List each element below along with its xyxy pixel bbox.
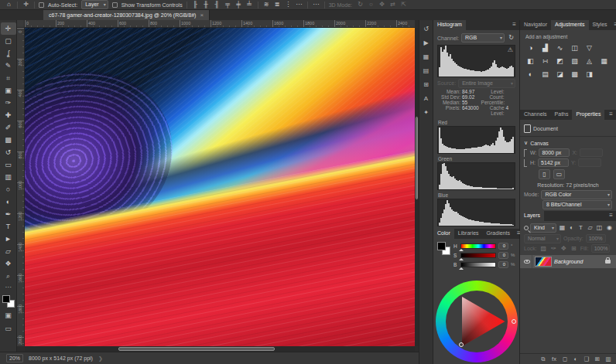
align-top-icon[interactable]: ╤ — [224, 1, 232, 9]
lock-image-pixels-icon[interactable]: ✑ — [549, 244, 558, 253]
levels-icon[interactable]: ▟ — [540, 43, 550, 53]
bit-depth-dropdown[interactable]: 8 Bits/Channel — [542, 200, 612, 209]
document-tab[interactable]: c67-78 gamer-and-creator-1280307384.jpg … — [43, 10, 210, 20]
slider-b[interactable]: B0% — [453, 260, 515, 268]
zoom-level-field[interactable]: 20% — [6, 354, 23, 362]
portrait-orientation-button[interactable]: ▯ — [539, 169, 550, 179]
link-dimensions-icon[interactable] — [524, 159, 527, 167]
filter-toggle-icon[interactable]: ◉ — [607, 224, 612, 231]
distribute-vertical-icon[interactable]: ⋮ — [284, 1, 293, 9]
filter-shape-layers-icon[interactable]: ▱ — [586, 223, 594, 232]
show-transform-checkbox[interactable] — [112, 2, 118, 8]
tool-clone-stamp[interactable]: ▩ — [1, 134, 16, 146]
tool-quick-selection[interactable]: ✎ — [1, 60, 16, 72]
tab-navigator[interactable]: Navigator — [520, 20, 551, 30]
tool-pen[interactable]: ✒ — [1, 208, 16, 220]
tool-crop[interactable]: ⌗ — [1, 72, 16, 84]
foreground-color-swatch[interactable] — [437, 242, 446, 250]
threshold-icon[interactable]: ◪ — [555, 70, 565, 79]
hue-saturation-icon[interactable]: ◧ — [525, 56, 536, 66]
clone-source-icon[interactable]: ⊞ — [421, 80, 431, 89]
delete-layer-icon[interactable]: ▥ — [604, 355, 612, 363]
edit-toolbar-icon[interactable]: ⋯ — [5, 284, 12, 291]
color-mode-dropdown[interactable]: RGB Color — [541, 190, 612, 199]
move-tool-preset-icon[interactable]: ✛ — [22, 1, 30, 9]
color-marker[interactable] — [459, 342, 464, 347]
color-swatches[interactable] — [2, 295, 15, 308]
scrollbar-thumb[interactable] — [416, 117, 418, 199]
color-lookup-icon[interactable]: ▦ — [599, 56, 609, 66]
visibility-toggle[interactable] — [522, 255, 532, 268]
tool-gradient[interactable]: ▥ — [1, 171, 16, 183]
layer-mask-icon[interactable]: ◻ — [561, 355, 569, 363]
link-dimensions-icon[interactable] — [524, 149, 527, 157]
tool-lasso[interactable]: ʆ — [1, 47, 16, 60]
invert-icon[interactable]: ◐ — [525, 70, 536, 79]
character-icon[interactable]: A — [421, 94, 431, 103]
status-chevron-icon[interactable]: ❯ — [98, 355, 103, 362]
uncached-refresh-icon[interactable]: ↻ — [507, 34, 515, 43]
curves-icon[interactable]: ∿ — [555, 43, 565, 53]
slider-s[interactable]: S0% — [453, 251, 515, 259]
more-options-icon[interactable]: ⋯ — [312, 1, 320, 9]
tool-shape[interactable]: ▱ — [1, 245, 16, 257]
gradient-map-icon[interactable]: ▩ — [570, 70, 580, 79]
channel-mixer-icon[interactable]: ◬ — [584, 56, 594, 66]
scrollbar-thumb[interactable] — [118, 347, 275, 351]
align-bottom-icon[interactable]: ╧ — [245, 1, 254, 9]
tab-properties[interactable]: Properties — [572, 110, 604, 120]
tab-libraries[interactable]: Libraries — [454, 229, 483, 239]
lock-transparent-pixels-icon[interactable]: ▨ — [539, 244, 548, 253]
tab-layers[interactable]: Layers — [520, 211, 544, 221]
tab-adjustments[interactable]: Adjustments — [551, 20, 589, 30]
selective-color-icon[interactable]: ◨ — [584, 70, 594, 79]
horizontal-scrollbar[interactable] — [25, 346, 415, 352]
auto-select-dropdown[interactable]: Layer — [81, 0, 108, 9]
swatches-icon[interactable]: ▦ — [421, 53, 431, 61]
tool-move[interactable]: ✛ — [1, 22, 16, 35]
slider-h[interactable]: H0° — [453, 242, 515, 250]
tab-styles[interactable]: Styles — [589, 20, 611, 30]
canvas-section-header[interactable]: ∨ Canvas — [520, 138, 616, 148]
align-center-vertical-icon[interactable]: ╪ — [234, 1, 243, 9]
hue-marker[interactable] — [512, 319, 516, 324]
link-layers-icon[interactable]: ⧉ — [539, 355, 547, 363]
libraries-icon[interactable]: ▤ — [421, 66, 431, 75]
new-layer-icon[interactable]: ⊞ — [594, 355, 601, 363]
tool-rectangular-marquee[interactable]: ▢ — [1, 35, 16, 47]
panel-menu-icon[interactable]: ≡ — [509, 20, 519, 30]
black-white-icon[interactable]: ◩ — [555, 56, 565, 66]
tool-zoom[interactable]: ⌕ — [1, 270, 16, 282]
history-icon[interactable]: ↺ — [421, 25, 431, 33]
close-icon[interactable]: × — [200, 12, 204, 19]
panel-menu-icon[interactable]: ≡ — [606, 110, 616, 120]
document-canvas[interactable] — [25, 28, 415, 346]
tool-eyedropper[interactable]: ✑ — [1, 97, 16, 109]
vibrance-icon[interactable]: ▽ — [584, 43, 594, 53]
filter-pixel-layers-icon[interactable]: ▦ — [558, 223, 566, 232]
auto-select-checkbox[interactable] — [39, 2, 44, 8]
cached-data-warning-icon[interactable]: ⚠ — [508, 46, 513, 53]
posterize-icon[interactable]: ▤ — [540, 70, 550, 79]
exposure-icon[interactable]: ◫ — [570, 43, 580, 53]
tab-color[interactable]: Color — [433, 229, 454, 239]
tool-history-brush[interactable]: ↺ — [1, 146, 16, 158]
tool-dodge[interactable]: ◐ — [1, 196, 16, 208]
tab-gradients[interactable]: Gradients — [483, 229, 514, 239]
adjustment-layer-icon[interactable]: ◐ — [572, 355, 580, 363]
height-field[interactable]: 5142 px — [538, 158, 569, 167]
distribute-middle-icon[interactable]: ≣ — [273, 1, 282, 9]
tab-channels[interactable]: Channels — [520, 110, 551, 120]
foreground-color-swatch[interactable] — [2, 295, 10, 303]
filter-type-layers-icon[interactable]: T — [577, 223, 585, 232]
tool-type[interactable]: T — [1, 220, 16, 233]
color-wheel[interactable] — [436, 281, 518, 362]
width-field[interactable]: 8000 px — [539, 148, 570, 157]
screen-mode-button[interactable]: ▭ — [1, 323, 16, 334]
layer-row-background[interactable]: Background — [520, 255, 616, 268]
brightness-contrast-icon[interactable]: ◑ — [525, 43, 536, 53]
align-center-horizontal-icon[interactable]: ╫ — [202, 1, 210, 9]
quick-mask-button[interactable]: ▣ — [1, 310, 16, 321]
lock-position-icon[interactable]: ✥ — [560, 244, 568, 253]
filter-smart-objects-icon[interactable]: ◫ — [595, 223, 604, 232]
